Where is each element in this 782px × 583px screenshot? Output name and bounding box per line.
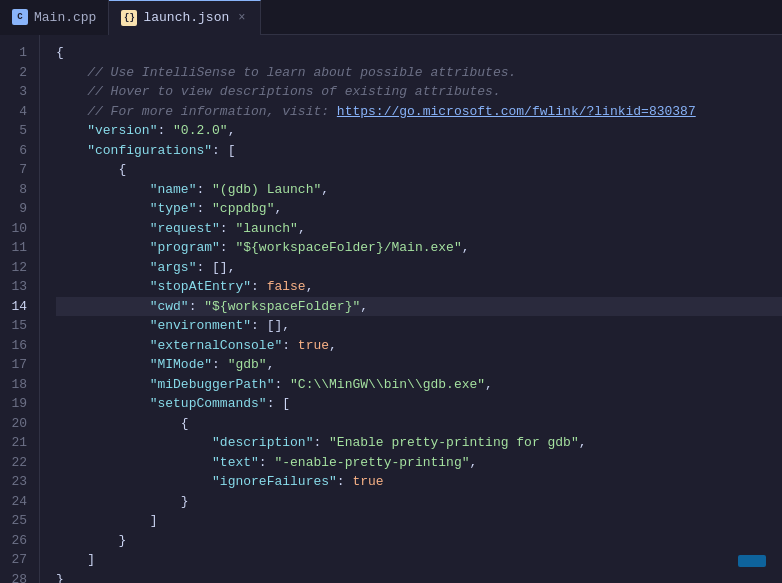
editor-window: CMain.cpp{}launch.json× 1234567891011121… [0,0,782,583]
punct-token: : [337,472,353,492]
key-token: "ignoreFailures" [212,472,337,492]
punct-token: : [157,121,173,141]
bracket-token: } [181,492,189,512]
code-line-19: "setupCommands": [ [56,394,782,414]
punct-token: : [220,238,236,258]
editor-body: 1234567891011121314151617181920212223242… [0,35,782,583]
line-number-1: 1 [8,43,27,63]
tab-label-launch-json: launch.json [143,10,229,25]
punct-token: , [228,258,236,278]
key-token: "version" [87,121,157,141]
line-number-8: 8 [8,180,27,200]
string-token: "C:\\MinGW\\bin\\gdb.exe" [290,375,485,395]
punct-token: , [274,199,282,219]
punct-token: , [321,180,329,200]
cpp-tab-icon: C [12,9,28,25]
line-number-3: 3 [8,82,27,102]
tab-main-cpp[interactable]: CMain.cpp [0,0,109,35]
key-token: "stopAtEntry" [150,277,251,297]
punct-token: , [306,277,314,297]
indent [56,414,181,434]
bracket-token: ] [87,550,95,570]
tab-launch-json[interactable]: {}launch.json× [109,0,261,35]
indent [56,316,150,336]
punct-token: : [] [196,258,227,278]
indent [56,375,150,395]
line-number-6: 6 [8,141,27,161]
line-number-12: 12 [8,258,27,278]
code-line-10: "request": "launch", [56,219,782,239]
indent [56,121,87,141]
code-line-4: // For more information, visit: https://… [56,102,782,122]
punct-token: : [] [251,316,282,336]
punct-token: : [ [212,141,235,161]
string-token: "gdb" [228,355,267,375]
line-number-16: 16 [8,336,27,356]
key-token: "program" [150,238,220,258]
code-line-13: "stopAtEntry": false, [56,277,782,297]
line-number-15: 15 [8,316,27,336]
tab-close-launch-json[interactable]: × [235,10,248,26]
code-line-18: "miDebuggerPath": "C:\\MinGW\\bin\\gdb.e… [56,375,782,395]
line-number-21: 21 [8,433,27,453]
code-line-3: // Hover to view descriptions of existin… [56,82,782,102]
code-line-27: ] [56,550,782,570]
punct-token: , [228,121,236,141]
line-number-22: 22 [8,453,27,473]
code-line-28: } [56,570,782,584]
code-line-12: "args": [], [56,258,782,278]
line-number-13: 13 [8,277,27,297]
line-number-2: 2 [8,63,27,83]
key-token: "description" [212,433,313,453]
indent [56,258,150,278]
punct-token: : [259,453,275,473]
line-number-23: 23 [8,472,27,492]
indent [56,238,150,258]
line-number-5: 5 [8,121,27,141]
comment-token: // Hover to view descriptions of existin… [87,82,500,102]
code-line-22: "text": "-enable-pretty-printing", [56,453,782,473]
key-token: "type" [150,199,197,219]
punct-token: , [329,336,337,356]
punct-token: , [360,297,368,317]
punct-token: : [196,180,212,200]
indent [56,277,150,297]
line-number-20: 20 [8,414,27,434]
indent [56,199,150,219]
bool-token: true [298,336,329,356]
line-number-10: 10 [8,219,27,239]
bool-token: false [267,277,306,297]
code-line-26: } [56,531,782,551]
json-tab-icon: {} [121,10,137,26]
string-token: "(gdb) Launch" [212,180,321,200]
indent [56,63,87,83]
code-line-9: "type": "cppdbg", [56,199,782,219]
code-area: { // Use IntelliSense to learn about pos… [40,35,782,583]
punct-token: : [251,277,267,297]
punct-token: : [ [267,394,290,414]
tab-label-main-cpp: Main.cpp [34,10,96,25]
bracket-token: { [181,414,189,434]
indent [56,336,150,356]
code-line-8: "name": "(gdb) Launch", [56,180,782,200]
bracket-token: { [118,160,126,180]
code-line-6: "configurations": [ [56,141,782,161]
link-token[interactable]: https://go.microsoft.com/fwlink/?linkid=… [337,102,696,122]
line-number-24: 24 [8,492,27,512]
bracket-token: } [118,531,126,551]
string-token: "-enable-pretty-printing" [274,453,469,473]
code-line-20: { [56,414,782,434]
indent [56,355,150,375]
line-number-11: 11 [8,238,27,258]
bracket-token: } [56,570,64,584]
indent [56,453,212,473]
line-number-26: 26 [8,531,27,551]
code-line-24: } [56,492,782,512]
code-line-21: "description": "Enable pretty-printing f… [56,433,782,453]
key-token: "text" [212,453,259,473]
tab-bar: CMain.cpp{}launch.json× [0,0,782,35]
punct-token: , [282,316,290,336]
add-configuration-button[interactable] [738,555,766,567]
indent [56,82,87,102]
string-token: "Enable pretty-printing for gdb" [329,433,579,453]
